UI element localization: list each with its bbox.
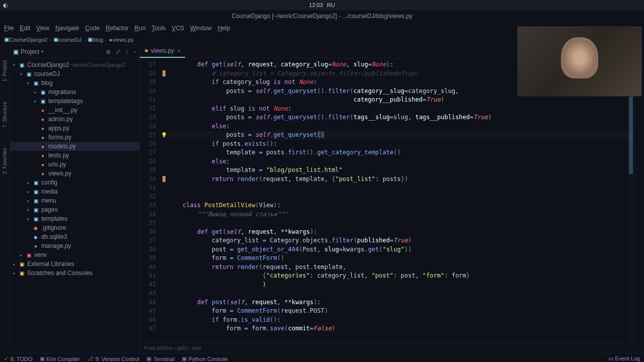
- modified-dot-icon: [145, 49, 148, 52]
- event-log-icon: ▭: [608, 355, 613, 361]
- collapse-icon[interactable]: ⤢: [116, 48, 121, 55]
- tree-item-pages[interactable]: ▸▣pages: [10, 205, 139, 214]
- breadcrumb-item[interactable]: ● views.py: [109, 37, 134, 43]
- project-folder-icon: ▣: [13, 48, 19, 55]
- tool-project[interactable]: 1: Project: [2, 60, 8, 81]
- tree-item-venv[interactable]: ▸▣venv: [10, 250, 139, 259]
- locate-icon[interactable]: ⊕: [106, 48, 111, 55]
- settings-icon[interactable]: ⁞: [126, 48, 128, 55]
- tree-item-coursedjango2[interactable]: ▾▣CourseDjango2 ~/work/CourseDjango2: [10, 60, 139, 69]
- close-tab-icon[interactable]: ×: [177, 48, 180, 54]
- window-title: CourseDjango [~/work/CourseDjango2] - ..…: [231, 13, 412, 20]
- breadcrumb-item[interactable]: ▣ CourseDjango2: [4, 36, 47, 43]
- bottom-tool-elm-compiler[interactable]: ▣ Elm Compiler: [40, 355, 80, 362]
- bottom-tool-terminal[interactable]: ▣ Terminal: [146, 355, 175, 362]
- menu-edit[interactable]: Edit: [18, 25, 32, 32]
- left-tool-gutter: 1: Project 7: Structure 2: Favorites: [0, 45, 10, 353]
- event-log-button[interactable]: ▭ Event Log: [608, 355, 640, 362]
- menu-tools[interactable]: Tools: [149, 25, 168, 32]
- tool-structure[interactable]: 7: Structure: [2, 102, 8, 128]
- hide-icon[interactable]: −: [133, 48, 136, 55]
- scrollbar-thumb[interactable]: [629, 83, 633, 174]
- tree-item-db-sqlite3[interactable]: ◆db.sqlite3: [10, 232, 139, 241]
- tree-item-tests-py[interactable]: ●tests.py: [10, 151, 139, 160]
- menu-code[interactable]: Code: [83, 25, 102, 32]
- bottom-tool-6--todo[interactable]: ✓ 6: TODO: [4, 355, 33, 362]
- tree-item-manage-py[interactable]: ●manage.py: [10, 241, 139, 250]
- system-menu-icon[interactable]: ◐: [3, 2, 8, 9]
- tree-item-media[interactable]: ▸▣media: [10, 187, 139, 196]
- menu-file[interactable]: File: [2, 25, 16, 32]
- project-panel: ▣ Project ▾ ⊕ ⤢ ⁞ − ▾▣CourseDjango2 ~/wo…: [10, 45, 140, 353]
- tab-views-py[interactable]: views.py ×: [140, 45, 185, 58]
- tree-item-config[interactable]: ▸▣config: [10, 178, 139, 187]
- tree-item-blog[interactable]: ▾▣blog: [10, 78, 139, 87]
- menu-run[interactable]: Run: [132, 25, 147, 32]
- tab-label: views.py: [151, 47, 174, 54]
- tree-item-apps-py[interactable]: ●apps.py: [10, 124, 139, 133]
- project-header-label[interactable]: Project: [21, 48, 39, 55]
- menu-refactor[interactable]: Refactor: [104, 25, 130, 32]
- system-lang: RU: [327, 2, 335, 8]
- tree-item-scratches-and-consoles[interactable]: ▸▣Scratches and Consoles: [10, 268, 139, 278]
- tree-item-coursedj[interactable]: ▾▣courseDJ: [10, 69, 139, 78]
- breadcrumb-item[interactable]: ▣ blog: [88, 36, 103, 43]
- tree-item-menu[interactable]: ▸▣menu: [10, 196, 139, 205]
- tree-item--gitignore[interactable]: ◆.gitignore: [10, 223, 139, 232]
- tree-item-templates[interactable]: ▸▣templates: [10, 214, 139, 223]
- gutter-marks: 💡: [160, 58, 168, 343]
- menu-help[interactable]: Help: [216, 25, 232, 32]
- menu-window[interactable]: Window: [188, 25, 214, 32]
- system-time: 12:03: [309, 2, 323, 8]
- tree-item-templatetags[interactable]: ▸▣templatetags: [10, 97, 139, 106]
- menu-vcs[interactable]: VCS: [170, 25, 186, 32]
- tool-favorites[interactable]: 2: Favorites: [2, 148, 8, 174]
- scrollbar[interactable]: [629, 73, 633, 343]
- code-content[interactable]: def get(self, request, category_slug=Non…: [168, 58, 634, 343]
- dropdown-icon[interactable]: ▾: [41, 49, 43, 54]
- webcam-overlay: [517, 26, 642, 97]
- tree-item-admin-py[interactable]: ●admin.py: [10, 115, 139, 124]
- tree-item-urls-py[interactable]: ●urls.py: [10, 160, 139, 169]
- bottom-tool-python-console[interactable]: ▣ Python Console: [182, 355, 228, 362]
- project-tree[interactable]: ▾▣CourseDjango2 ~/work/CourseDjango2▾▣co…: [10, 58, 139, 353]
- menu-navigate[interactable]: Navigate: [53, 25, 81, 32]
- tree-item-migrations[interactable]: ▸▣migrations: [10, 87, 139, 97]
- bottom-tool-9--version-control[interactable]: ⎇ 9: Version Control: [87, 355, 139, 362]
- tree-item-external-libraries[interactable]: ▸▣External Libraries: [10, 259, 139, 268]
- line-numbers: 1718192021222324252627282930313233343536…: [140, 58, 160, 343]
- tree-item-forms-py[interactable]: ●forms.py: [10, 133, 139, 142]
- tree-item-models-py[interactable]: ●models.py: [10, 142, 139, 151]
- tree-item---init---py[interactable]: ●__init__.py: [10, 106, 139, 115]
- menu-view[interactable]: View: [34, 25, 51, 32]
- code-editor[interactable]: 1718192021222324252627282930313233343536…: [140, 58, 634, 343]
- window-title-bar: CourseDjango [~/work/CourseDjango2] - ..…: [0, 10, 644, 22]
- tree-item-views-py[interactable]: ●views.py: [10, 169, 139, 178]
- breadcrumb[interactable]: ▣ CourseDjango2›▣ courseDJ›▣ blog›● view…: [4, 36, 134, 43]
- code-breadcrumb[interactable]: PostListView › get() › else: [140, 343, 634, 353]
- bottom-toolbar: ✓ 6: TODO▣ Elm Compiler⎇ 9: Version Cont…: [0, 353, 644, 362]
- breadcrumb-item[interactable]: ▣ courseDJ: [53, 36, 82, 43]
- system-topbar: ◐ 12:03 RU: [0, 0, 644, 10]
